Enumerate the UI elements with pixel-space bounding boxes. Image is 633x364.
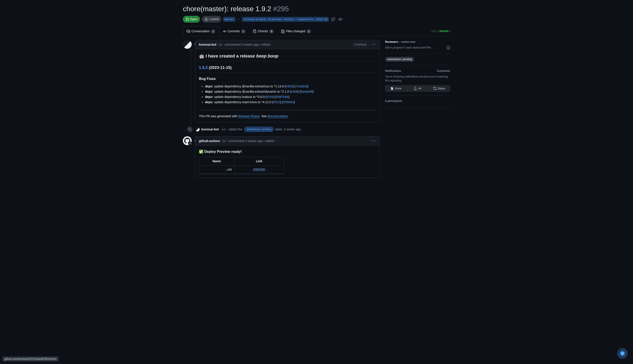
dot-separator: • <box>260 42 261 47</box>
participants-title: 0 participants <box>385 99 402 103</box>
pr-title: chore(master): release 1.9.2 #295 <box>183 4 450 14</box>
avatar[interactable] <box>183 40 192 49</box>
tab-files-label: Files changed <box>286 29 305 34</box>
comment-menu-button[interactable] <box>371 138 376 144</box>
sha-link[interactable]: 5a4ae56 <box>301 90 313 93</box>
deploy-heading: ✅ Deploy Preview ready! <box>199 149 376 154</box>
eye-icon <box>338 18 342 21</box>
bell-icon <box>414 87 417 90</box>
sha-link[interactable]: 5887b94 <box>276 95 288 98</box>
copy-branch-button[interactable] <box>331 17 336 22</box>
tab-list: Conversation 1 Commits 1 Checks 6 Files … <box>183 26 315 36</box>
github-badge-icon <box>189 142 191 145</box>
list-item: deps: update dependency react-icons to ^… <box>205 100 376 104</box>
file-diff-icon <box>281 30 285 33</box>
event-text: added the <box>229 127 243 132</box>
reviewers-text: – review now <box>398 40 415 44</box>
tab-conversation[interactable]: Conversation 1 <box>183 26 219 36</box>
label-event: koreisai-bot bot added the autorelease: … <box>186 126 380 133</box>
comment-time[interactable]: 3 weeks ago <box>242 42 259 47</box>
notifications-text: You're receiving notifications because y… <box>385 75 450 82</box>
list-item: deps: update dependency @vanilla-extract… <box>205 89 376 94</box>
notifications-section: Notifications Customize You're receiving… <box>385 66 450 96</box>
watch-dropdown-button[interactable] <box>338 17 345 22</box>
pr-title-text: chore(master): release 1.9.2 <box>183 5 271 13</box>
tab-conversation-label: Conversation <box>191 29 210 34</box>
bot-badge: bot <box>217 42 224 47</box>
list-item: deps: update dependency @vanilla-extract… <box>205 84 376 89</box>
base-branch[interactable]: master <box>223 17 235 22</box>
pr-link[interactable]: #312 <box>273 100 280 104</box>
participants-section: 0 participants <box>385 96 450 108</box>
version-heading: 1.9.2 (2023-11-15) <box>199 65 376 73</box>
kebab-horizontal-icon <box>372 43 375 46</box>
event-time[interactable]: 3 weeks ago <box>284 127 301 132</box>
sha-link[interactable]: 7c5a3c6 <box>295 84 307 88</box>
state-open-text: Open <box>190 17 197 22</box>
tab-commits[interactable]: Commits 1 <box>219 26 249 36</box>
edited-text: edited <box>262 42 270 47</box>
tab-checks[interactable]: Checks 6 <box>249 26 278 36</box>
info-icon[interactable] <box>447 46 450 50</box>
comment-2: github-actions bot commented 3 weeks ago… <box>183 136 380 178</box>
label-tag[interactable]: autorelease: pending <box>385 57 414 62</box>
labels-section: autorelease: pending <box>385 53 450 66</box>
tab-conversation-count: 1 <box>211 30 216 33</box>
triangle-down-icon[interactable] <box>275 140 277 142</box>
version-link[interactable]: 1.9.2 <box>199 66 208 70</box>
th-name: Name <box>199 157 234 166</box>
mini-avatar[interactable] <box>195 127 199 132</box>
documentation-link[interactable]: documentation <box>268 114 288 118</box>
release-please-link[interactable]: Release Please <box>238 114 260 118</box>
pr-link[interactable]: #294 <box>267 95 273 98</box>
diffstat-add: +11 <box>431 29 436 33</box>
lock-icon <box>204 18 208 21</box>
footer-text: This PR was generated with Release Pleas… <box>199 114 376 118</box>
pr-number: #295 <box>273 5 289 13</box>
notif-none-button[interactable]: None <box>385 86 407 92</box>
copy-icon <box>331 18 335 21</box>
table-row: ...mit 545f194 <box>199 166 284 174</box>
sync-icon <box>433 87 437 90</box>
customize-link[interactable]: Customize <box>437 69 450 73</box>
sha-link[interactable]: cf36d4c <box>283 100 294 104</box>
tag-event-icon <box>186 126 193 133</box>
bugfixes-heading: Bug Fixes <box>199 76 376 82</box>
comment-author[interactable]: koreisai-bot <box>199 42 216 47</box>
notif-status-button[interactable]: Status <box>428 86 450 92</box>
th-link: Link <box>234 157 284 166</box>
tab-checks-count: 6 <box>269 30 274 33</box>
event-author[interactable]: koreisai-bot <box>201 127 219 132</box>
state-open-badge: Open <box>183 16 200 22</box>
comment-menu-button[interactable] <box>371 42 376 47</box>
dot-separator: • <box>264 139 265 143</box>
comment-author[interactable]: github-actions <box>199 139 220 143</box>
avatar[interactable] <box>183 136 192 145</box>
commented-text: commented <box>228 139 244 143</box>
bugfixes-list: deps: update dependency @vanilla-extract… <box>199 84 376 104</box>
arrow-left-icon: ← <box>237 17 240 22</box>
bot-badge: bot <box>221 127 227 132</box>
role-badge: Contributor <box>352 42 369 47</box>
checklist-icon <box>253 30 257 33</box>
comment-1: koreisai-bot bot commented 3 weeks ago •… <box>183 40 380 122</box>
tab-files[interactable]: Files changed 2 <box>277 26 315 36</box>
state-locked-badge: Locked <box>202 16 221 22</box>
git-pull-request-icon <box>185 18 189 21</box>
notif-all-button[interactable]: All <box>407 86 428 92</box>
label-pill[interactable]: autorelease: pending <box>244 127 274 132</box>
sha-chip[interactable]: 545f194 <box>252 168 266 172</box>
tab-commits-label: Commits <box>228 29 240 34</box>
commented-text: commented <box>225 42 241 47</box>
comment-time[interactable]: 3 weeks ago <box>245 139 263 143</box>
triangle-down-icon[interactable] <box>271 43 273 46</box>
git-commit-icon <box>223 30 226 33</box>
release-heading: 🤖 I have created a release beep boop <box>199 53 376 61</box>
pr-link[interactable]: #305 <box>286 84 293 88</box>
bot-badge: bot <box>221 139 227 143</box>
head-branch[interactable]: release-please--branches--master--compon… <box>242 17 329 22</box>
tab-files-count: 2 <box>307 30 311 33</box>
draft-pr-link[interactable]: Learn about draft PRs <box>405 46 431 49</box>
pr-link[interactable]: #306 <box>291 90 298 93</box>
tag-icon <box>188 128 192 131</box>
